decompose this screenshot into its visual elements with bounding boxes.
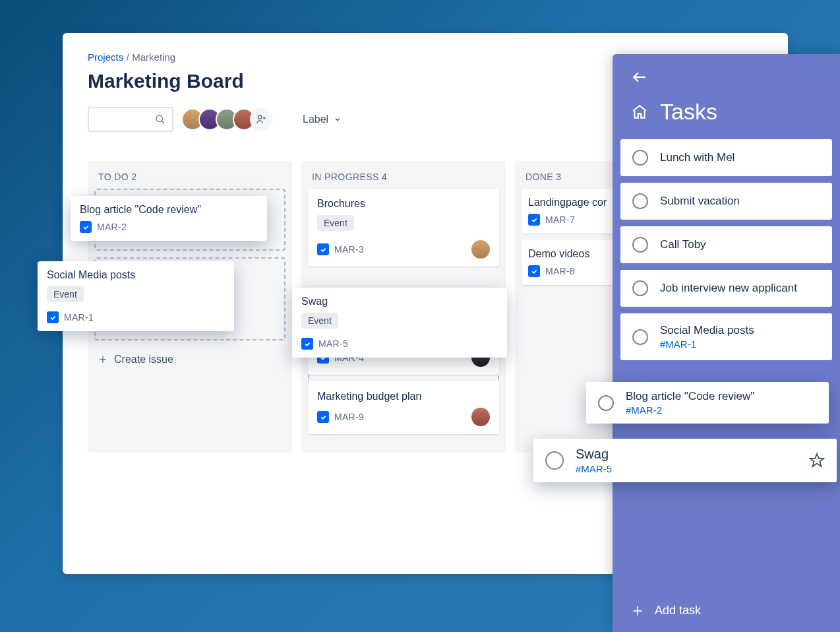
label-filter-dropdown[interactable]: Label — [303, 113, 342, 125]
dragged-card[interactable]: Blog article "Code review" MAR-2 — [71, 196, 267, 241]
label-filter-text: Label — [303, 113, 328, 125]
issue-type-icon — [528, 265, 540, 277]
card-tag: Event — [317, 215, 354, 231]
home-icon[interactable] — [631, 104, 648, 121]
task-item-hover[interactable]: Swag #MAR-5 — [533, 439, 837, 482]
issue-type-icon — [301, 338, 313, 350]
card-tag: Event — [301, 313, 338, 329]
task-checkbox[interactable] — [632, 193, 648, 209]
task-item[interactable]: Social Media posts #MAR-1 — [620, 313, 832, 360]
chevron-down-icon — [334, 115, 342, 123]
task-ref: #MAR-1 — [660, 338, 754, 350]
breadcrumb-sep: / — [127, 51, 129, 63]
issue-id: MAR-8 — [545, 266, 575, 276]
issue-id: MAR-7 — [545, 214, 575, 225]
issue-id: MAR-1 — [64, 312, 94, 323]
svg-line-1 — [162, 121, 164, 123]
assignee-avatar[interactable] — [471, 240, 490, 259]
create-issue-label: Create issue — [114, 354, 173, 365]
task-ref: #MAR-2 — [626, 404, 754, 416]
breadcrumb-leaf: Marketing — [132, 51, 175, 63]
issue-id: MAR-5 — [318, 338, 348, 349]
task-item[interactable]: Job interview new applicant — [620, 270, 832, 307]
task-item[interactable]: Call Toby — [620, 226, 832, 263]
card-tag: Event — [47, 286, 84, 302]
issue-card[interactable]: Brochures Event MAR-3 — [308, 189, 499, 267]
task-title: Submit vacation — [660, 195, 740, 208]
tasks-header: Tasks — [613, 54, 840, 131]
add-member-button[interactable] — [250, 108, 272, 131]
issue-id: MAR-2 — [97, 222, 127, 232]
avatar-group — [181, 108, 272, 131]
issue-id: MAR-3 — [334, 244, 364, 255]
task-checkbox[interactable] — [598, 395, 614, 411]
issue-type-icon — [528, 214, 540, 226]
task-title: Social Media posts — [660, 324, 754, 337]
task-ref: #MAR-5 — [576, 463, 612, 474]
task-checkbox[interactable] — [632, 280, 648, 296]
issue-card[interactable]: Demo videos MAR-8 — [522, 240, 627, 285]
search-icon — [155, 114, 165, 125]
card-title: Landingpage cor — [528, 197, 620, 208]
issue-card[interactable]: Landingpage cor MAR-7 — [522, 189, 627, 234]
card-title: Blog article "Code review" — [80, 204, 258, 216]
plus-icon — [98, 355, 107, 364]
dragged-card[interactable]: Swag Event MAR-5 — [292, 288, 507, 358]
card-title: Swag — [301, 296, 498, 307]
create-issue-button[interactable]: Create issue — [94, 354, 285, 365]
svg-point-2 — [258, 115, 261, 119]
column-title: DONE 3 — [522, 169, 627, 189]
issue-card[interactable]: Marketing budget plan MAR-9 — [308, 381, 499, 434]
add-task-button[interactable]: Add task — [613, 589, 840, 632]
star-icon[interactable] — [809, 453, 825, 468]
assignee-avatar[interactable] — [471, 408, 490, 426]
card-title: Marketing budget plan — [317, 391, 490, 402]
task-title: Job interview new applicant — [660, 282, 797, 295]
issue-id: MAR-9 — [334, 412, 364, 422]
add-task-label: Add task — [655, 604, 701, 617]
issue-type-icon — [317, 243, 329, 255]
svg-point-0 — [156, 115, 162, 121]
issue-type-icon — [80, 221, 92, 233]
task-item[interactable]: Lunch with Mel — [620, 139, 832, 176]
svg-marker-8 — [810, 454, 824, 466]
task-checkbox[interactable] — [632, 150, 648, 166]
issue-type-icon — [47, 311, 59, 323]
tasks-title: Tasks — [660, 99, 717, 125]
task-checkbox[interactable] — [632, 237, 648, 253]
task-title: Blog article "Code review" — [626, 390, 754, 403]
task-title: Call Toby — [660, 238, 706, 251]
search-input[interactable] — [88, 107, 173, 132]
task-title: Swag — [576, 447, 612, 462]
back-button[interactable] — [631, 69, 822, 86]
task-checkbox[interactable] — [545, 451, 564, 470]
tasks-panel: Tasks Lunch with Mel Submit vacation Cal… — [613, 54, 840, 632]
breadcrumb-root[interactable]: Projects — [88, 51, 123, 63]
task-checkbox[interactable] — [632, 329, 648, 345]
task-list: Lunch with Mel Submit vacation Call Toby… — [613, 131, 840, 589]
task-title: Lunch with Mel — [660, 151, 735, 164]
issue-type-icon — [317, 411, 329, 423]
card-title: Brochures — [317, 198, 490, 210]
column-title: TO DO 2 — [94, 169, 285, 189]
task-item[interactable]: Submit vacation — [620, 183, 832, 220]
task-item-hover[interactable]: Blog article "Code review" #MAR-2 — [586, 382, 829, 424]
card-title: Social Media posts — [47, 269, 225, 281]
plus-icon — [631, 604, 644, 617]
dragged-card[interactable]: Social Media posts Event MAR-1 — [38, 261, 234, 331]
column-title: IN PROGRESS 4 — [308, 169, 499, 189]
card-title: Demo videos — [528, 248, 620, 260]
